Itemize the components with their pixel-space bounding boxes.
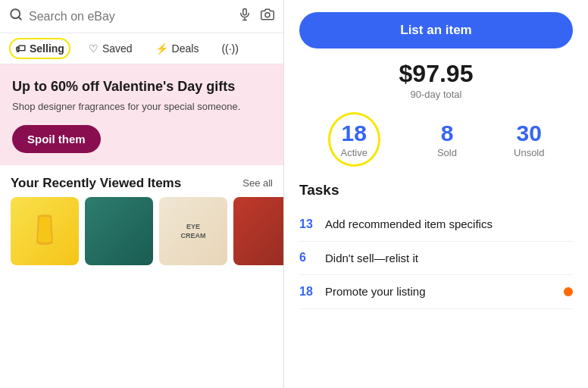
- search-icon: [9, 8, 23, 25]
- thumbnail-item-1[interactable]: [11, 197, 79, 265]
- revenue-section: $97.95 90-day total: [299, 61, 573, 100]
- svg-line-1: [18, 17, 20, 19]
- thumbnail-item-2[interactable]: [85, 197, 153, 265]
- list-item-button[interactable]: List an item: [299, 12, 573, 48]
- heart-icon: ♡: [89, 42, 99, 55]
- stat-unsold[interactable]: 30 Unsold: [514, 120, 544, 158]
- task-item-1[interactable]: 13 Add recommended item specifics: [299, 208, 573, 242]
- thumbnail-item-3[interactable]: EYE CREAM: [159, 197, 227, 265]
- tab-saved[interactable]: ♡ Saved: [84, 39, 137, 58]
- search-input[interactable]: [29, 10, 232, 23]
- task-number-1: 13: [299, 217, 314, 231]
- active-label: Active: [341, 147, 368, 158]
- tab-deals-label: Deals: [172, 42, 199, 55]
- lightning-icon: ⚡: [155, 42, 168, 55]
- tab-selling[interactable]: 🏷 Selling: [9, 38, 70, 59]
- task-number-2: 6: [299, 251, 314, 264]
- thumbnail-item-4[interactable]: [233, 197, 283, 265]
- tab-radio[interactable]: ((·)): [217, 39, 243, 58]
- search-right-icons: [238, 8, 274, 25]
- stat-active[interactable]: 18 Active: [328, 112, 380, 167]
- revenue-label: 90-day total: [299, 89, 573, 100]
- sold-number: 8: [437, 120, 457, 146]
- search-bar: [0, 0, 283, 33]
- recently-viewed-title: Your Recently Viewed Items: [11, 176, 181, 191]
- unsold-number: 30: [514, 120, 544, 146]
- task-text-1: Add recommended item specifics: [325, 217, 493, 232]
- promo-banner: Up to 60% off Valentine's Day gifts Shop…: [0, 64, 283, 165]
- right-panel: List an item $97.95 90-day total 18 Acti…: [284, 0, 588, 388]
- promo-subtitle: Shop designer fragrances for your specia…: [12, 100, 271, 114]
- task-text-2: Didn't sell—relist it: [325, 251, 418, 266]
- sold-label: Sold: [437, 147, 457, 158]
- tag-icon: 🏷: [15, 42, 26, 55]
- spoil-them-button[interactable]: Spoil them: [12, 125, 101, 153]
- stat-sold[interactable]: 8 Sold: [437, 120, 457, 158]
- svg-rect-2: [243, 9, 247, 15]
- revenue-amount: $97.95: [299, 61, 573, 87]
- orange-dot-indicator: [564, 287, 573, 296]
- promo-title: Up to 60% off Valentine's Day gifts: [12, 78, 271, 95]
- svg-point-5: [265, 13, 270, 17]
- task-text-3: Promote your listing: [325, 284, 426, 299]
- recently-viewed-header: Your Recently Viewed Items See all: [0, 165, 283, 197]
- task-item-3[interactable]: 18 Promote your listing: [299, 275, 573, 309]
- tab-saved-label: Saved: [102, 42, 133, 55]
- unsold-label: Unsold: [514, 147, 544, 158]
- nav-tabs: 🏷 Selling ♡ Saved ⚡ Deals ((·)): [0, 33, 283, 64]
- signal-icon: ((·)): [221, 42, 239, 55]
- active-number: 18: [341, 120, 368, 146]
- stats-row: 18 Active 8 Sold 30 Unsold: [299, 112, 573, 167]
- active-circle: 18 Active: [328, 112, 380, 167]
- task-number-3: 18: [299, 285, 314, 299]
- tasks-title: Tasks: [299, 182, 573, 199]
- microphone-icon[interactable]: [238, 8, 252, 25]
- tab-selling-label: Selling: [30, 42, 64, 55]
- see-all-link[interactable]: See all: [242, 177, 273, 189]
- tab-deals[interactable]: ⚡ Deals: [151, 39, 204, 58]
- task-item-2[interactable]: 6 Didn't sell—relist it: [299, 242, 573, 276]
- left-panel: 🏷 Selling ♡ Saved ⚡ Deals ((·)) Up to 60…: [0, 0, 284, 388]
- camera-icon[interactable]: [261, 8, 274, 25]
- thumbnails-row: EYE CREAM: [0, 197, 283, 265]
